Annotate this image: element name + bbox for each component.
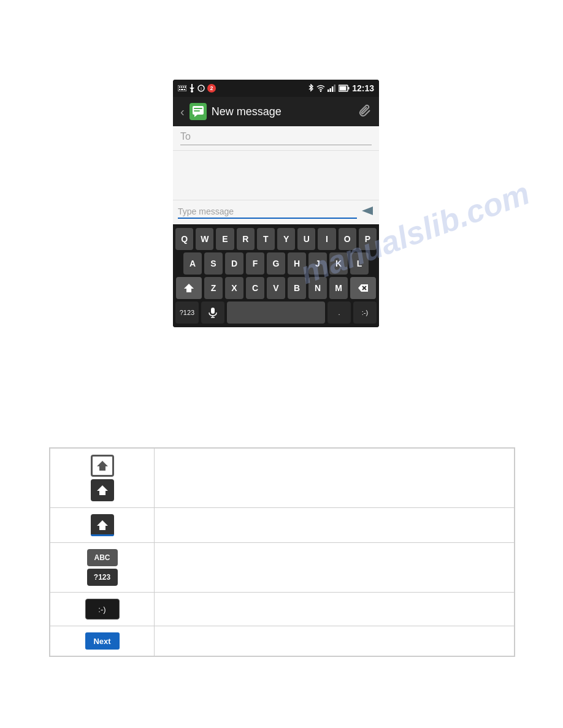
svg-point-10 <box>191 90 193 93</box>
icon-cell-shift-pair <box>50 449 155 508</box>
key-x[interactable]: X <box>225 277 243 299</box>
send-button[interactable] <box>361 204 374 221</box>
info-icon: i <box>197 85 205 92</box>
attachment-icon[interactable] <box>358 104 372 120</box>
status-bar-left: i 2 <box>178 84 216 93</box>
abc-key-icon: ABC <box>87 549 118 566</box>
desc-cell-shift-pair <box>155 449 515 508</box>
key-e[interactable]: E <box>216 228 234 250</box>
shift-key[interactable] <box>176 277 202 299</box>
svg-marker-35 <box>97 520 108 530</box>
back-button[interactable]: ‹ <box>180 105 185 119</box>
type-message-bar: Type message <box>173 200 379 224</box>
desc-cell-smiley <box>155 593 515 626</box>
svg-rect-17 <box>334 85 336 92</box>
svg-rect-24 <box>194 110 200 112</box>
type-message-input[interactable]: Type message <box>178 207 357 219</box>
key-z[interactable]: Z <box>204 277 223 299</box>
icon-cell-abc-123: ABC ?123 <box>50 543 155 593</box>
next-key-icon: Next <box>85 632 120 650</box>
title-bar: ‹ New message <box>173 97 379 126</box>
key-l[interactable]: L <box>350 252 369 275</box>
page-title: New message <box>212 105 282 118</box>
key-m[interactable]: M <box>329 277 348 299</box>
numbers-key[interactable]: ?123 <box>175 301 199 324</box>
key-i[interactable]: I <box>318 228 335 250</box>
to-field[interactable]: To <box>173 126 379 151</box>
table-row: ABC ?123 <box>50 543 515 593</box>
svg-rect-15 <box>330 88 332 92</box>
backspace-key[interactable] <box>350 277 376 299</box>
svg-rect-2 <box>181 86 182 88</box>
smiley-key[interactable]: :-) <box>353 301 377 324</box>
table-row <box>50 449 515 508</box>
battery-icon <box>339 85 350 92</box>
key-n[interactable]: N <box>308 277 327 299</box>
key-g[interactable]: G <box>267 252 285 275</box>
key-d[interactable]: D <box>225 252 243 275</box>
svg-rect-23 <box>194 108 202 109</box>
spacebar-key[interactable] <box>227 301 325 324</box>
key-v[interactable]: V <box>267 277 285 299</box>
status-bar-right: 12:13 <box>308 83 374 93</box>
svg-rect-5 <box>179 89 180 90</box>
phone-mockup: i 2 <box>173 80 379 327</box>
period-key[interactable]: . <box>327 301 351 324</box>
svg-marker-27 <box>358 284 368 292</box>
key-q[interactable]: Q <box>175 228 193 250</box>
keyboard: Q W E R T Y U I O P A S D F G H J K L <box>173 224 379 327</box>
table-row <box>50 508 515 543</box>
svg-rect-30 <box>211 308 215 314</box>
title-bar-left: ‹ New message <box>180 103 282 120</box>
keyboard-row-1: Q W E R T Y U I O P <box>175 228 377 250</box>
svg-marker-25 <box>362 207 373 215</box>
icon-cell-shift-blue <box>50 508 155 543</box>
key-k[interactable]: K <box>329 252 348 275</box>
to-underline <box>180 145 372 145</box>
signal-icon <box>327 85 336 92</box>
svg-marker-26 <box>184 284 194 292</box>
status-bar: i 2 <box>173 80 379 97</box>
key-h[interactable]: H <box>288 252 306 275</box>
keyboard-legend-table: ABC ?123 :-) Next <box>49 447 515 657</box>
key-f[interactable]: F <box>246 252 264 275</box>
key-u[interactable]: U <box>297 228 315 250</box>
key-r[interactable]: R <box>237 228 255 250</box>
svg-rect-6 <box>181 89 183 90</box>
key-a[interactable]: A <box>183 252 202 275</box>
key-j[interactable]: J <box>308 252 327 275</box>
key-b[interactable]: B <box>288 277 306 299</box>
key-t[interactable]: T <box>257 228 275 250</box>
keyboard-icon <box>178 85 186 91</box>
table-row: :-) <box>50 593 515 626</box>
to-label: To <box>180 131 191 142</box>
status-time: 12:13 <box>352 83 374 93</box>
key-o[interactable]: O <box>339 228 356 250</box>
key-s[interactable]: S <box>204 252 223 275</box>
wifi-icon <box>316 85 325 92</box>
svg-point-13 <box>320 91 321 92</box>
message-app-icon <box>192 105 204 118</box>
svg-text:i: i <box>201 86 202 91</box>
shift-outline-icon <box>91 455 114 477</box>
keyboard-row-2: A S D F G H J K L <box>175 252 377 275</box>
key-w[interactable]: W <box>196 228 213 250</box>
key-y[interactable]: Y <box>277 228 295 250</box>
message-area[interactable] <box>173 151 379 200</box>
key-p[interactable]: P <box>359 228 377 250</box>
desc-cell-next <box>155 626 515 656</box>
svg-rect-16 <box>332 86 334 92</box>
usb-icon <box>189 84 195 93</box>
icon-cell-next: Next <box>50 626 155 656</box>
notification-badge: 2 <box>207 84 216 93</box>
keyboard-row-bottom: ?123 . :-) <box>175 301 377 324</box>
mic-key[interactable] <box>201 301 224 324</box>
bluetooth-icon <box>308 84 314 93</box>
key-c[interactable]: C <box>246 277 264 299</box>
shift-filled-icon <box>91 479 114 501</box>
svg-rect-7 <box>184 89 185 90</box>
svg-rect-0 <box>178 85 186 91</box>
svg-rect-4 <box>185 86 186 88</box>
123-key-icon: ?123 <box>87 569 118 586</box>
svg-rect-3 <box>183 86 184 88</box>
